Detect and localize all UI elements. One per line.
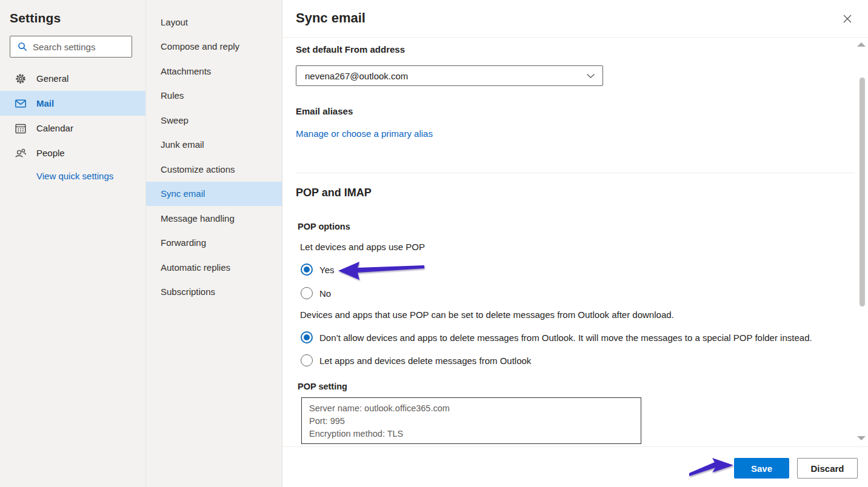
- discard-button[interactable]: Discard: [797, 458, 858, 479]
- sidebar-item-general[interactable]: General: [0, 66, 145, 91]
- default-from-label: Set default From address: [296, 44, 405, 55]
- menu-item-subscriptions[interactable]: Subscriptions: [146, 280, 282, 305]
- menu-item-automatic-replies[interactable]: Automatic replies: [146, 255, 282, 280]
- menu-item-sweep[interactable]: Sweep: [146, 108, 282, 133]
- use-pop-label: Let devices and apps use POP: [300, 242, 425, 252]
- settings-title: Settings: [0, 0, 145, 25]
- pop-yes-option: Yes: [301, 263, 334, 276]
- sidebar-item-label: Calendar: [36, 123, 73, 133]
- search-input[interactable]: [33, 42, 153, 52]
- email-aliases-label: Email aliases: [296, 106, 353, 116]
- save-button[interactable]: Save: [734, 458, 789, 479]
- menu-item-customize-actions[interactable]: Customize actions: [146, 157, 282, 182]
- menu-item-layout[interactable]: Layout: [146, 10, 282, 35]
- radio-dont-allow-delete[interactable]: [301, 331, 313, 343]
- settings-dialog: Settings General: [0, 0, 868, 487]
- let-delete-option: Let apps and devices delete messages fro…: [301, 354, 531, 366]
- sidebar-item-people[interactable]: People: [0, 141, 145, 165]
- mail-icon: [15, 98, 27, 110]
- pop-no-option: No: [301, 287, 331, 299]
- close-icon[interactable]: [841, 13, 853, 25]
- panel-title: Sync email: [296, 10, 366, 26]
- radio-let-delete-label: Let apps and devices delete messages fro…: [319, 356, 531, 366]
- search-icon: [18, 42, 27, 51]
- from-address-value: nevena267@outlook.com: [305, 71, 586, 81]
- radio-no-label: No: [319, 288, 331, 299]
- menu-item-sync-email[interactable]: Sync email: [146, 182, 282, 207]
- sidebar-item-label: People: [36, 148, 65, 158]
- gear-icon: [15, 73, 27, 85]
- sidebar-item-calendar[interactable]: Calendar: [0, 116, 145, 141]
- menu-item-junk-email[interactable]: Junk email: [146, 133, 282, 157]
- settings-sidebar: Settings General: [0, 0, 145, 487]
- menu-item-attachments[interactable]: Attachments: [146, 59, 282, 84]
- view-quick-settings-link[interactable]: View quick settings: [36, 171, 113, 181]
- manage-alias-link[interactable]: Manage or choose a primary alias: [296, 128, 433, 139]
- settings-nav: General Mail: [0, 66, 145, 165]
- dont-allow-delete-option: Don’t allow devices and apps to delete m…: [301, 331, 812, 343]
- search-settings-box[interactable]: [10, 36, 132, 58]
- pop-delete-question: Devices and apps that use POP can be set…: [300, 310, 674, 320]
- radio-no[interactable]: [301, 287, 313, 299]
- pop-setting-label: POP setting: [298, 382, 347, 391]
- footer-bar: Save Discard: [282, 446, 868, 487]
- pop-options-label: POP options: [298, 222, 350, 231]
- radio-dont-allow-delete-label: Don’t allow devices and apps to delete m…: [319, 333, 812, 343]
- pop-setting-box: Server name: outlook.office365.com Port:…: [301, 397, 641, 444]
- scrollbar-up-arrow-icon[interactable]: [857, 42, 866, 47]
- annotation-arrow-save: [687, 457, 735, 481]
- menu-item-forwarding[interactable]: Forwarding: [146, 231, 282, 256]
- server-port-line: Port: 995: [309, 415, 633, 428]
- mail-settings-menu: Layout Compose and reply Attachments Rul…: [145, 0, 282, 487]
- header-divider: [282, 37, 868, 38]
- server-name-line: Server name: outlook.office365.com: [309, 402, 633, 415]
- section-divider: [296, 173, 855, 173]
- radio-yes[interactable]: [301, 263, 313, 276]
- scrollbar-thumb[interactable]: [860, 78, 865, 306]
- menu-item-rules[interactable]: Rules: [146, 84, 282, 108]
- server-encryption-line: Encryption method: TLS: [309, 428, 633, 440]
- chevron-down-icon: [586, 73, 595, 79]
- calendar-icon: [15, 122, 27, 134]
- sync-email-panel: Sync email Set default From address neve…: [282, 0, 868, 487]
- menu-item-message-handling[interactable]: Message handling: [146, 206, 282, 231]
- menu-item-compose-and-reply[interactable]: Compose and reply: [146, 35, 282, 59]
- radio-let-delete[interactable]: [301, 354, 313, 366]
- annotation-arrow-yes: [337, 260, 426, 282]
- people-icon: [15, 147, 27, 159]
- pop-imap-heading: POP and IMAP: [296, 187, 372, 199]
- from-address-dropdown[interactable]: nevena267@outlook.com: [296, 65, 603, 86]
- sidebar-item-label: Mail: [36, 98, 54, 108]
- sidebar-item-label: General: [36, 73, 68, 84]
- radio-yes-label: Yes: [319, 265, 334, 275]
- scrollbar-down-arrow-icon[interactable]: [857, 436, 866, 440]
- sidebar-item-mail[interactable]: Mail: [0, 91, 145, 116]
